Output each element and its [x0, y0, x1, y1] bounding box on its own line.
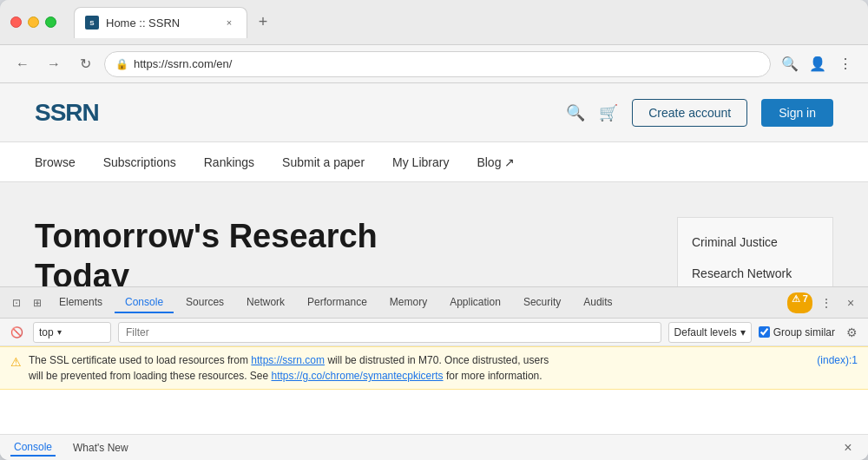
- maximize-button[interactable]: [45, 16, 56, 28]
- context-arrow-icon: ▾: [57, 327, 62, 337]
- address-bar[interactable]: 🔒 https://ssrn.com/en/: [104, 51, 771, 77]
- devtools-tab-bar: ⊡ ⊞ Elements Console Sources Network Per…: [0, 287, 868, 319]
- tab-network[interactable]: Network: [236, 292, 295, 313]
- dropdown-panel: Criminal Justice Research Network: [677, 217, 833, 286]
- refresh-button[interactable]: ↻: [73, 52, 97, 76]
- active-tab[interactable]: S Home :: SSRN ×: [74, 7, 247, 38]
- nav-my-library[interactable]: My Library: [392, 155, 449, 169]
- console-toolbar: 🚫 top ▾ Default levels ▾ Group similar ⚙: [0, 319, 868, 346]
- devtools-sidebar-btn[interactable]: ⊞: [28, 293, 47, 312]
- devtools-panel: ⊡ ⊞ Elements Console Sources Network Per…: [0, 286, 868, 460]
- context-label: top: [39, 326, 54, 338]
- close-devtools-btn[interactable]: ×: [838, 438, 858, 457]
- warning-text-middle: will be distrusted in M70. Once distrust…: [325, 354, 549, 366]
- tab-elements[interactable]: Elements: [49, 292, 113, 313]
- close-button[interactable]: [10, 16, 22, 28]
- bottom-tab-whats-new[interactable]: What's New: [69, 440, 132, 456]
- forward-button[interactable]: →: [42, 52, 66, 76]
- tab-application[interactable]: Application: [439, 292, 511, 313]
- new-tab-button[interactable]: +: [251, 10, 275, 35]
- nav-browse[interactable]: Browse: [35, 155, 76, 169]
- filter-input[interactable]: [118, 322, 661, 343]
- profile-button[interactable]: 👤: [806, 52, 830, 76]
- levels-label: Default levels: [674, 326, 737, 338]
- devtools-more-btn[interactable]: ⋮: [816, 292, 837, 313]
- devtools-inspect-btn[interactable]: ⊡: [7, 293, 26, 312]
- search-icon[interactable]: 🔍: [566, 103, 585, 122]
- group-similar-label: Group similar: [773, 326, 835, 338]
- warning-line2-start: will be prevented from loading these res…: [29, 370, 272, 382]
- levels-selector[interactable]: Default levels ▾: [668, 322, 752, 343]
- warning-line-ref-link[interactable]: (index):1: [817, 352, 858, 368]
- bottom-tab-console[interactable]: Console: [10, 439, 56, 457]
- devtools-close-btn[interactable]: ×: [840, 292, 861, 313]
- devtools-actions: ⚠ 7 ⋮ ×: [787, 292, 861, 313]
- browser-window: S Home :: SSRN × + ← → ↻ 🔒 https://ssrn.…: [0, 0, 868, 460]
- cart-icon[interactable]: 🛒: [599, 103, 618, 122]
- console-warning-message: ⚠ The SSL certificate used to load resou…: [0, 346, 868, 390]
- hero-title-line1: Tomorrow's Research: [35, 218, 378, 254]
- hero-title-line2: Today: [35, 258, 129, 286]
- ssrn-nav: Browse Subscriptions Rankings Submit a p…: [0, 142, 868, 182]
- window-controls: [10, 16, 56, 28]
- console-bottom-bar: Console What's New ×: [0, 434, 868, 460]
- group-similar-checkbox[interactable]: [759, 326, 770, 338]
- warning-triangle-icon: ⚠: [10, 353, 22, 371]
- nav-bar: ← → ↻ 🔒 https://ssrn.com/en/ 🔍 👤 ⋮: [0, 45, 868, 83]
- header-actions: 🔍 🛒 Create account Sign in: [566, 99, 833, 127]
- hero-title: Tomorrow's Research Today: [35, 217, 417, 286]
- warning-url2-link[interactable]: https://g.co/chrome/symantecpkicerts: [272, 370, 444, 382]
- tab-memory[interactable]: Memory: [379, 292, 437, 313]
- nav-rankings[interactable]: Rankings: [204, 155, 254, 169]
- website-main: Tomorrow's Research Today Criminal Justi…: [0, 182, 868, 286]
- back-button[interactable]: ←: [10, 52, 35, 76]
- tab-title: Home :: SSRN: [106, 16, 215, 30]
- ssrn-header: SSRN 🔍 🛒 Create account Sign in: [0, 83, 868, 142]
- hero-section: Tomorrow's Research Today: [35, 217, 417, 286]
- group-similar-option: Group similar: [759, 326, 835, 338]
- warning-badge: ⚠ 7: [787, 292, 812, 313]
- create-account-button[interactable]: Create account: [632, 99, 747, 127]
- nav-submit-paper[interactable]: Submit a paper: [282, 155, 365, 169]
- nav-blog[interactable]: Blog ↗: [477, 155, 515, 169]
- warning-line2-end: for more information.: [444, 370, 542, 382]
- tab-audits[interactable]: Audits: [573, 292, 622, 313]
- tab-performance[interactable]: Performance: [297, 292, 378, 313]
- browser-menu-button[interactable]: ⋮: [833, 52, 858, 76]
- tab-console[interactable]: Console: [115, 292, 174, 313]
- minimize-button[interactable]: [28, 16, 39, 28]
- ssrn-logo: SSRN: [35, 99, 99, 127]
- address-text: https://ssrn.com/en/: [134, 57, 760, 70]
- nav-right-actions: 🔍 👤 ⋮: [778, 52, 858, 76]
- nav-subscriptions[interactable]: Subscriptions: [103, 155, 176, 169]
- sign-in-button[interactable]: Sign in: [761, 99, 833, 127]
- website-content: SSRN 🔍 🛒 Create account Sign in Browse S…: [0, 83, 868, 286]
- dropdown-research-network[interactable]: Research Network: [692, 263, 819, 284]
- warning-text-start: The SSL certificate used to load resourc…: [29, 354, 251, 366]
- levels-arrow-icon: ▾: [740, 326, 746, 338]
- browser-search-button[interactable]: 🔍: [778, 52, 802, 76]
- tab-bar: S Home :: SSRN × +: [70, 7, 858, 38]
- console-settings-btn[interactable]: ⚙: [842, 323, 861, 342]
- console-message-area: ⚠ The SSL certificate used to load resou…: [0, 346, 868, 434]
- warning-text-content: The SSL certificate used to load resourc…: [29, 352, 858, 384]
- tab-favicon: S: [85, 16, 99, 30]
- context-selector[interactable]: top ▾: [33, 322, 111, 343]
- dropdown-criminal-justice[interactable]: Criminal Justice: [692, 232, 819, 253]
- title-bar: S Home :: SSRN × +: [0, 0, 868, 45]
- tab-close-icon[interactable]: ×: [222, 16, 236, 30]
- lock-icon: 🔒: [115, 58, 128, 70]
- tab-security[interactable]: Security: [513, 292, 571, 313]
- clear-console-btn[interactable]: 🚫: [7, 323, 26, 342]
- tab-sources[interactable]: Sources: [175, 292, 234, 313]
- warning-url1-link[interactable]: https://ssrn.com: [251, 354, 325, 366]
